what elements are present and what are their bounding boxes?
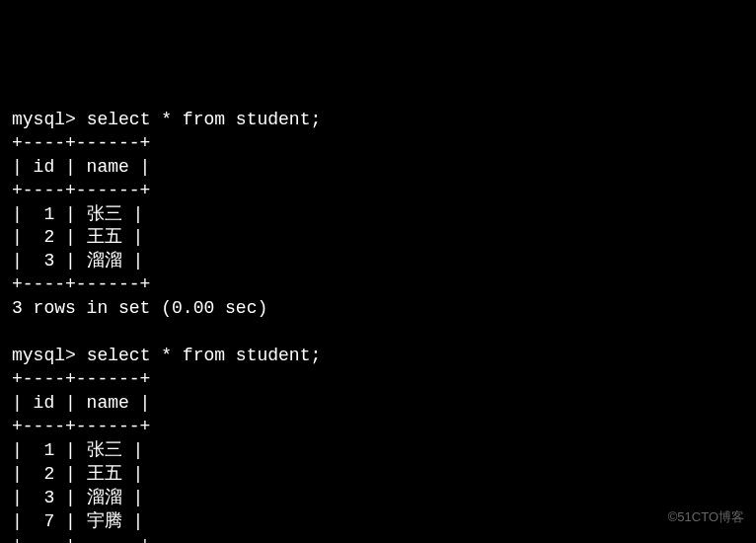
table-border-mid: +----+------+ <box>12 180 744 203</box>
query-line-2: mysql> select * from student; <box>12 345 744 368</box>
blank-line <box>12 321 744 345</box>
table-row: | 3 | 溜溜 | <box>12 250 744 273</box>
table-border-bottom: +----+------+ <box>12 273 744 297</box>
sql-statement: select * from student; <box>87 110 322 129</box>
table-header: | id | name | <box>12 392 744 416</box>
table-row: | 2 | 王五 | <box>12 463 744 487</box>
table-row: | 3 | 溜溜 | <box>12 487 744 510</box>
mysql-prompt: mysql> <box>12 346 76 365</box>
sql-statement: select * from student; <box>87 346 322 365</box>
watermark-text: ©51CTO博客 <box>668 508 744 525</box>
table-row: | 1 | 张三 | <box>12 439 744 463</box>
table-header: | id | name | <box>12 156 744 180</box>
table-border-mid: +----+------+ <box>12 416 744 439</box>
table-border-top: +----+------+ <box>12 132 744 156</box>
query-line-1: mysql> select * from student; <box>12 109 744 132</box>
terminal-output: mysql> select * from student;+----+-----… <box>12 109 744 543</box>
table-border-top: +----+------+ <box>12 368 744 392</box>
result-summary: 3 rows in set (0.00 sec) <box>12 297 744 321</box>
mysql-prompt: mysql> <box>12 110 76 129</box>
table-row: | 1 | 张三 | <box>12 203 744 227</box>
table-row: | 2 | 王五 | <box>12 226 744 250</box>
table-border-bottom: +----+------+ <box>12 534 744 543</box>
table-row: | 7 | 宇腾 | <box>12 510 744 534</box>
